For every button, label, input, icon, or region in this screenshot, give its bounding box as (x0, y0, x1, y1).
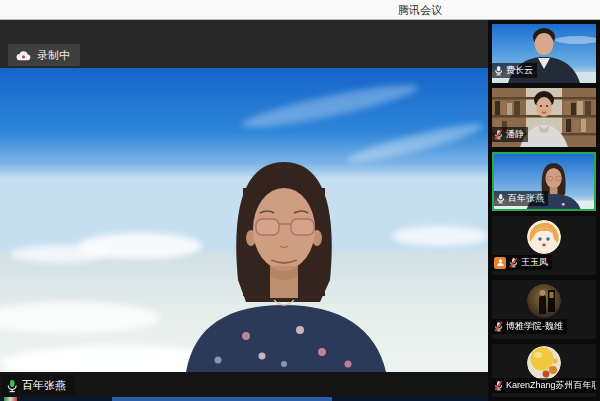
participant-name: 博雅学院-魏维 (506, 320, 563, 333)
participant-nameplate: 潘静 (492, 127, 528, 142)
mic-on-icon (496, 193, 505, 204)
participant-tile-video-active[interactable]: 百年张燕 (492, 152, 596, 211)
cloud-record-icon (16, 50, 31, 61)
participant-strip: 费长云 (488, 20, 600, 401)
participant-name: 费长云 (506, 64, 533, 77)
participant-tile-avatar[interactable]: 博雅学院-魏维 (492, 280, 596, 339)
mic-speaking-icon (6, 379, 18, 393)
participant-name: 潘静 (506, 128, 524, 141)
participant-name: KarenZhang苏州百年职… (506, 379, 596, 392)
participant-nameplate: 博雅学院-魏维 (492, 319, 567, 334)
taskbar-icon (4, 397, 17, 401)
recording-badge[interactable]: 录制中 (8, 44, 80, 66)
avatar (527, 346, 561, 380)
participant-nameplate: 费长云 (492, 63, 537, 78)
mic-muted-icon (494, 380, 503, 391)
mic-muted-icon (494, 129, 503, 140)
avatar (527, 284, 561, 318)
desktop-sliver (0, 397, 488, 401)
taskbar-task (112, 397, 332, 401)
main-video-stage[interactable]: 录制中 百年张燕 (0, 20, 488, 397)
participant-tile-video[interactable]: 潘静 (492, 88, 596, 147)
main-speaker-name: 百年张燕 (22, 378, 66, 393)
participant-tile-video[interactable]: 费长云 (492, 24, 596, 83)
mic-muted-icon (494, 321, 503, 332)
participant-nameplate: 百年张燕 (494, 191, 548, 206)
recording-label: 录制中 (37, 48, 70, 63)
participant-name: 王玉凤 (521, 256, 548, 269)
participant-tile-avatar[interactable]: 王玉凤 (492, 216, 596, 275)
titlebar: 腾讯会议 (0, 0, 600, 20)
main-speaker-nameplate: 百年张燕 (2, 375, 75, 396)
mic-on-icon (494, 65, 503, 76)
app-title: 腾讯会议 (398, 3, 442, 18)
meeting-window: 腾讯会议 (0, 0, 600, 401)
participant-tile-avatar[interactable]: KarenZhang苏州百年职… (492, 344, 596, 397)
person-badge-icon (494, 257, 506, 269)
main-video-feed (0, 68, 488, 372)
participant-nameplate: 王玉凤 (492, 255, 552, 270)
participant-nameplate: KarenZhang苏州百年职… (492, 378, 596, 393)
mic-muted-icon (509, 257, 518, 268)
avatar (527, 220, 561, 254)
participant-name: 百年张燕 (508, 192, 544, 205)
